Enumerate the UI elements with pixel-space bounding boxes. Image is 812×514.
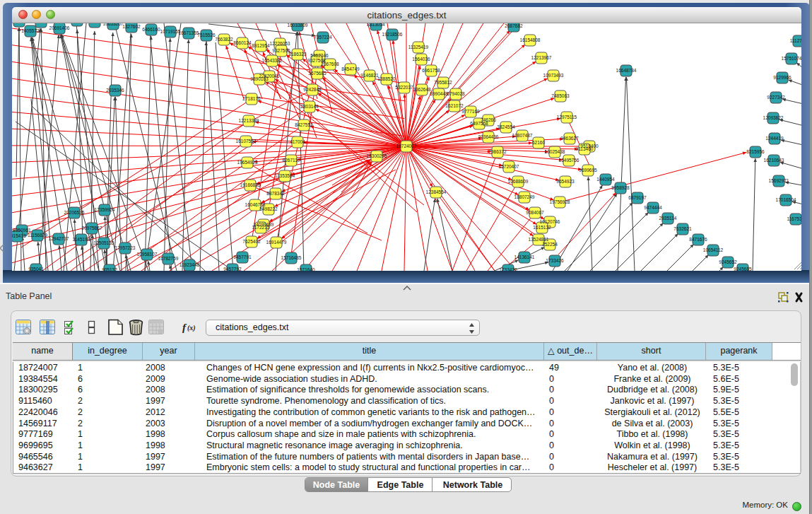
svg-text:8660124: 8660124 <box>233 40 252 45</box>
svg-text:10973493: 10973493 <box>543 73 564 78</box>
svg-text:9457792: 9457792 <box>223 267 242 271</box>
svg-text:20364436: 20364436 <box>478 134 499 139</box>
svg-text:18300295: 18300295 <box>367 153 387 158</box>
svg-text:935041: 935041 <box>28 267 44 271</box>
svg-text:12505135: 12505135 <box>94 240 114 245</box>
svg-text:6794028: 6794028 <box>447 91 465 96</box>
svg-text:5322037: 5322037 <box>395 85 413 90</box>
svg-text:8267110: 8267110 <box>283 158 300 163</box>
svg-text:8454749: 8454749 <box>341 66 360 71</box>
svg-text:9463627: 9463627 <box>560 136 579 141</box>
svg-text:10025438: 10025438 <box>545 149 565 154</box>
svg-text:8912954: 8912954 <box>252 43 270 48</box>
svg-text:417004: 417004 <box>290 139 305 144</box>
svg-text:12975115: 12975115 <box>557 115 577 119</box>
svg-text:9777169: 9777169 <box>461 109 480 114</box>
svg-text:19218506: 19218506 <box>382 32 403 37</box>
svg-text:6961758: 6961758 <box>422 68 440 73</box>
svg-text:9129966: 9129966 <box>773 75 792 80</box>
svg-text:18807249: 18807249 <box>514 194 535 199</box>
svg-text:16782759: 16782759 <box>158 256 179 261</box>
svg-text:1733420: 1733420 <box>499 267 517 271</box>
svg-text:17957223: 17957223 <box>115 245 136 250</box>
svg-text:1112760: 1112760 <box>790 38 801 43</box>
svg-text:11156829: 11156829 <box>28 233 47 238</box>
svg-text:8350961: 8350961 <box>13 228 31 233</box>
svg-text:2718176: 2718176 <box>242 96 261 101</box>
svg-text:16671355: 16671355 <box>179 30 199 35</box>
svg-text:1388520: 1388520 <box>377 76 396 81</box>
svg-text:5462346: 5462346 <box>310 53 329 58</box>
svg-text:11353594: 11353594 <box>275 173 295 178</box>
svg-text:3675685: 3675685 <box>308 71 326 76</box>
svg-text:8878342: 8878342 <box>266 191 285 196</box>
svg-text:19166825: 19166825 <box>240 182 261 187</box>
svg-text:20691406: 20691406 <box>49 25 70 30</box>
svg-text:12384554: 12384554 <box>426 189 447 194</box>
svg-text:15495756: 15495756 <box>559 158 579 163</box>
svg-text:19654923: 19654923 <box>237 160 258 165</box>
svg-text:7357224: 7357224 <box>314 35 332 40</box>
svg-text:7485063: 7485063 <box>551 93 570 98</box>
svg-text:1405572: 1405572 <box>21 28 40 33</box>
svg-text:2687682: 2687682 <box>505 23 523 28</box>
svg-text:20206535: 20206535 <box>64 210 85 215</box>
svg-text:62160: 62160 <box>532 140 545 145</box>
svg-text:20975867: 20975867 <box>82 226 102 230</box>
svg-text:10719155: 10719155 <box>160 29 181 34</box>
svg-text:1621072: 1621072 <box>445 103 464 108</box>
svg-text:16033809: 16033809 <box>288 23 308 28</box>
svg-text:8427552: 8427552 <box>295 122 313 127</box>
svg-text:1172215: 1172215 <box>252 225 270 230</box>
svg-text:746266: 746266 <box>481 117 496 122</box>
svg-text:7515526: 7515526 <box>197 33 216 37</box>
svg-text:12226053: 12226053 <box>270 41 290 46</box>
svg-text:11923448: 11923448 <box>180 262 200 267</box>
svg-text:1145194: 1145194 <box>73 237 90 242</box>
svg-text:10807487: 10807487 <box>512 133 533 138</box>
svg-text:1571640: 1571640 <box>297 267 315 271</box>
svg-text:10120746: 10120746 <box>540 219 560 224</box>
svg-text:6879197: 6879197 <box>628 195 647 200</box>
svg-text:17359924: 17359924 <box>95 207 115 212</box>
svg-text:2035346: 2035346 <box>106 88 124 93</box>
svg-text:7955812: 7955812 <box>434 80 452 85</box>
svg-text:10654112: 10654112 <box>703 247 724 252</box>
svg-text:7663822: 7663822 <box>215 37 233 42</box>
svg-text:14136141: 14136141 <box>514 255 535 259</box>
svg-text:252254: 252254 <box>542 242 558 247</box>
svg-text:9113460: 9113460 <box>576 146 594 151</box>
svg-text:1362648: 1362648 <box>413 87 431 92</box>
svg-text:8958928: 8958928 <box>611 185 630 190</box>
svg-text:9084067: 9084067 <box>526 210 544 215</box>
svg-text:3915413: 3915413 <box>12 233 26 238</box>
svg-text:16154808: 16154808 <box>520 37 541 42</box>
svg-text:16648784: 16648784 <box>616 68 637 73</box>
svg-text:10653267: 10653267 <box>103 23 124 26</box>
svg-text:9146821: 9146821 <box>360 73 379 78</box>
svg-text:10958107: 10958107 <box>137 252 158 257</box>
svg-text:8215956: 8215956 <box>746 149 765 154</box>
svg-text:1615132: 1615132 <box>533 225 551 230</box>
svg-text:1167533: 1167533 <box>787 216 801 221</box>
svg-text:1244419: 1244419 <box>765 136 784 141</box>
svg-text:11325419: 11325419 <box>408 45 429 49</box>
svg-text:19756928: 19756928 <box>550 199 570 204</box>
svg-text:15716485: 15716485 <box>281 255 302 260</box>
svg-text:9245652: 9245652 <box>719 259 737 264</box>
svg-text:7632621: 7632621 <box>673 226 692 231</box>
svg-text:9699695: 9699695 <box>579 168 597 173</box>
svg-text:f: f <box>182 322 187 333</box>
svg-text:6466160: 6466160 <box>142 27 160 32</box>
svg-text:905132: 905132 <box>102 267 117 271</box>
svg-text:8186323: 8186323 <box>288 52 307 57</box>
svg-text:15692971: 15692971 <box>769 178 789 183</box>
svg-text:(x): (x) <box>187 324 196 332</box>
svg-text:7625402: 7625402 <box>242 239 261 244</box>
svg-text:17016504: 17016504 <box>776 197 796 202</box>
svg-text:2089140: 2089140 <box>32 23 50 24</box>
svg-text:12942737: 12942737 <box>49 236 69 241</box>
svg-text:8471676: 8471676 <box>689 237 707 242</box>
svg-text:7986372: 7986372 <box>488 149 507 154</box>
svg-text:12093822: 12093822 <box>763 115 784 120</box>
